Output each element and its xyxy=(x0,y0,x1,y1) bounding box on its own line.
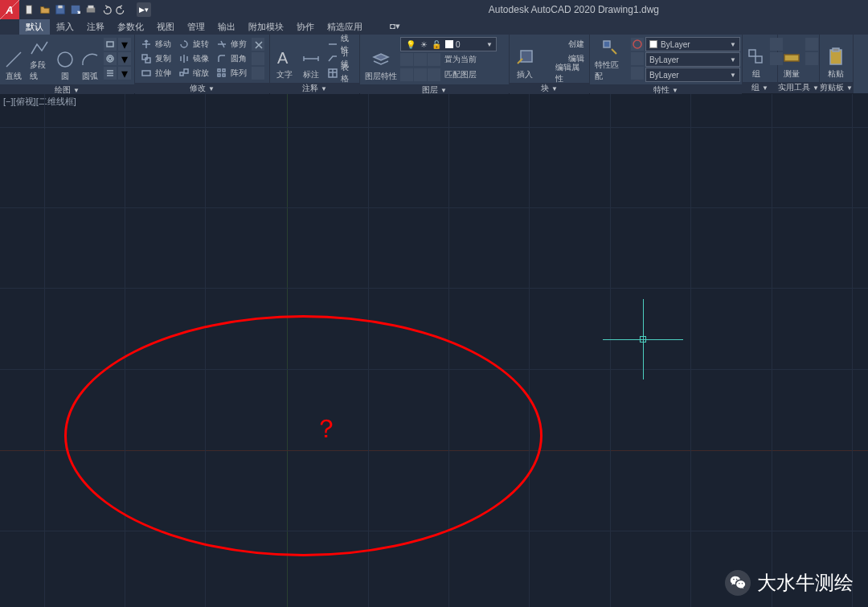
paste-icon xyxy=(825,46,847,68)
undo-icon[interactable] xyxy=(99,2,113,17)
linetype-dropdown[interactable]: ByLayer▼ xyxy=(645,68,740,82)
play-icon[interactable]: ▶▾ xyxy=(137,2,151,17)
copy-tool[interactable]: 复制 xyxy=(137,51,174,66)
svg-rect-14 xyxy=(142,71,150,76)
svg-rect-26 xyxy=(749,50,755,56)
grid-line xyxy=(0,127,868,128)
misc-icon[interactable]: ▾ xyxy=(118,67,131,80)
scale-tool[interactable]: 缩放 xyxy=(174,66,212,80)
group-tool[interactable]: 组 xyxy=(744,36,768,80)
stretch-tool[interactable]: 拉伸 xyxy=(137,66,174,80)
linetype-icon[interactable] xyxy=(631,67,644,80)
array-tool[interactable]: 阵列 xyxy=(212,66,250,80)
region-icon[interactable] xyxy=(104,67,117,80)
svg-rect-13 xyxy=(145,58,150,63)
line-tool[interactable]: 直线 xyxy=(2,36,27,83)
panel-title[interactable]: 组▼ xyxy=(743,82,777,93)
tab-default[interactable]: 默认 xyxy=(19,19,50,35)
matchlayer-tool[interactable]: 匹配图层 xyxy=(441,68,480,82)
color-wheel-icon[interactable] xyxy=(631,38,644,51)
trim-tool[interactable]: 修剪 xyxy=(212,37,250,51)
tab-addons[interactable]: 附加模块 xyxy=(242,19,290,35)
panel-title[interactable]: 修改▼ xyxy=(135,83,269,94)
rect-icon[interactable] xyxy=(104,38,117,51)
offset-icon[interactable] xyxy=(252,67,264,80)
polyline-tool[interactable]: 多段线 xyxy=(27,36,52,83)
redo-icon[interactable] xyxy=(114,2,129,17)
tab-manage[interactable]: 管理 xyxy=(181,19,211,35)
svg-rect-28 xyxy=(784,55,799,61)
table-tool[interactable]: 表格 xyxy=(324,66,358,80)
layer-dropdown[interactable]: 💡 ☀ 🔓 0 ▼ xyxy=(400,37,497,51)
misc-icon[interactable] xyxy=(805,52,818,65)
tab-more-icon[interactable]: ◘▾ xyxy=(383,19,407,35)
panel-title[interactable]: 注释▼ xyxy=(270,83,359,94)
tab-insert[interactable]: 插入 xyxy=(50,19,80,35)
move-tool[interactable]: 移动 xyxy=(137,37,174,51)
drawing-canvas[interactable]: [−][俯视][二维线框] ？ 大水牛测绘 xyxy=(0,94,868,607)
svg-rect-19 xyxy=(218,74,220,76)
layer-misc-icon[interactable] xyxy=(400,53,413,66)
misc-icon[interactable]: ▾ xyxy=(118,52,131,65)
panel-title[interactable]: 剪贴板▼ xyxy=(820,82,853,93)
matchprop-icon xyxy=(600,37,622,59)
table-icon xyxy=(327,67,338,80)
dim-tool[interactable]: 标注 xyxy=(298,36,325,81)
tool-label: 文字 xyxy=(276,69,293,80)
circle-tool[interactable]: 圆 xyxy=(52,36,77,83)
arc-tool[interactable]: 圆弧 xyxy=(77,36,102,83)
text-icon: A xyxy=(273,47,296,69)
setcurrent-tool[interactable]: 置为当前 xyxy=(441,52,480,67)
matchprop-tool[interactable]: 特性匹配 xyxy=(592,36,629,83)
rotate-tool[interactable]: 旋转 xyxy=(174,37,212,51)
tool-label: 移动 xyxy=(155,39,171,50)
insert-block-tool[interactable]: 插入 xyxy=(511,36,538,81)
svg-point-25 xyxy=(633,40,641,48)
color-dropdown[interactable]: ByLayer▼ xyxy=(645,37,740,51)
tool-label: 图层特性 xyxy=(365,71,397,82)
svg-point-8 xyxy=(58,52,72,67)
tab-parametric[interactable]: 参数化 xyxy=(111,19,150,35)
app-logo[interactable]: A xyxy=(0,0,19,19)
fillet-tool[interactable]: 圆角 xyxy=(212,51,250,66)
measure-tool[interactable]: 测量 xyxy=(780,36,804,80)
tab-view[interactable]: 视图 xyxy=(150,19,181,35)
layer-misc-icon[interactable] xyxy=(428,53,440,66)
layer-props-tool[interactable]: 图层特性 xyxy=(362,36,400,83)
tool-label: 编辑属性 xyxy=(555,62,584,84)
tab-annotate[interactable]: 注释 xyxy=(80,19,111,35)
create-block-tool[interactable]: 创建 xyxy=(538,37,588,51)
svg-text:A: A xyxy=(277,49,289,67)
grid-line xyxy=(0,288,868,289)
save-icon[interactable] xyxy=(53,2,68,17)
panel-title[interactable]: 实用工具▼ xyxy=(778,82,819,93)
plot-icon[interactable] xyxy=(84,2,98,17)
layer-misc-icon[interactable] xyxy=(400,68,413,81)
open-icon[interactable] xyxy=(38,2,52,17)
panel-annotate: A 文字 标注 线性 引线 表格 注释▼ xyxy=(270,35,360,93)
mirror-tool[interactable]: 镜像 xyxy=(174,51,212,66)
erase-icon[interactable] xyxy=(252,38,264,51)
tab-collab[interactable]: 协作 xyxy=(290,19,321,35)
panel-title[interactable]: 块▼ xyxy=(510,83,589,94)
text-tool[interactable]: A 文字 xyxy=(272,36,298,81)
paste-tool[interactable]: 粘贴 xyxy=(821,36,850,80)
hatch-icon[interactable] xyxy=(104,52,117,65)
explode-icon[interactable] xyxy=(252,52,264,65)
new-icon[interactable] xyxy=(23,2,37,17)
tab-output[interactable]: 输出 xyxy=(211,19,242,35)
copy-icon xyxy=(140,52,153,65)
misc-icon[interactable] xyxy=(805,38,818,51)
layer-misc-icon[interactable] xyxy=(414,68,427,81)
lineweight-icon[interactable] xyxy=(631,52,644,65)
draw-extra: ▾ ▾ ▾ xyxy=(102,36,133,83)
misc-icon[interactable]: ▾ xyxy=(118,38,131,51)
polyline-icon xyxy=(28,37,51,59)
layer-misc-icon[interactable] xyxy=(414,53,427,66)
layer-misc-icon[interactable] xyxy=(428,68,440,81)
saveas-icon[interactable] xyxy=(68,2,83,17)
annotation-question: ？ xyxy=(313,412,339,447)
editattr-tool[interactable]: 编辑属性 xyxy=(538,66,588,80)
lineweight-dropdown[interactable]: ByLayer▼ xyxy=(645,52,740,67)
view-label[interactable]: [−][俯视][二维线框] xyxy=(3,96,76,108)
